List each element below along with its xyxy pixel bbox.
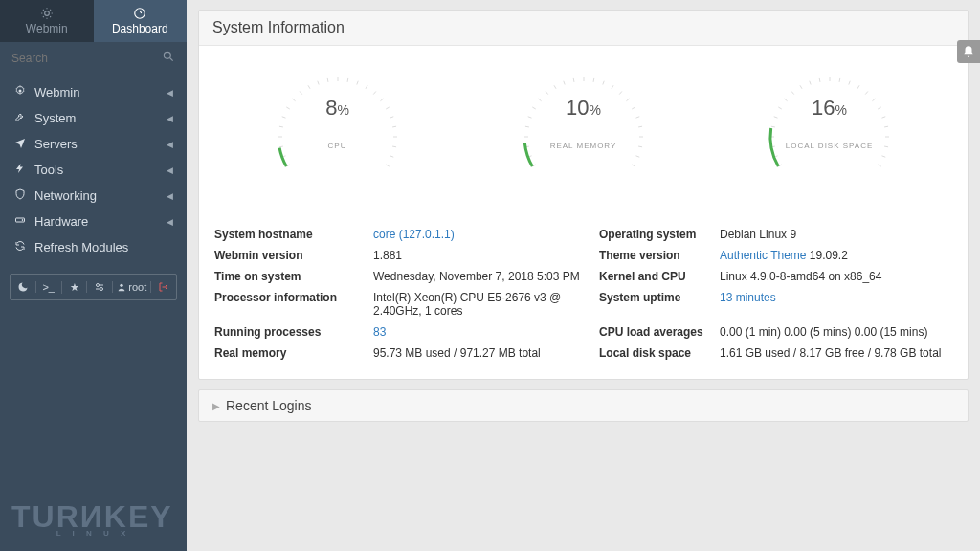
search-input[interactable] (11, 52, 162, 65)
gear-icon (13, 85, 27, 99)
nav-item-refresh-modules[interactable]: Refresh Modules (0, 234, 187, 260)
svg-line-41 (538, 99, 541, 101)
info-key: Processor information (214, 291, 368, 318)
info-val: Wednesday, November 7, 2018 5:03 PM (373, 270, 593, 283)
svg-line-14 (281, 117, 285, 118)
svg-point-7 (100, 288, 103, 291)
svg-line-76 (872, 99, 875, 101)
nav-item-tools[interactable]: Tools◀ (0, 157, 187, 183)
svg-line-31 (392, 146, 396, 147)
info-val: 95.73 MB used / 971.27 MB total (373, 346, 593, 360)
logout-button[interactable] (150, 281, 176, 293)
svg-line-50 (619, 92, 622, 95)
svg-line-19 (317, 81, 318, 85)
svg-line-67 (791, 92, 794, 95)
svg-line-16 (292, 99, 295, 101)
chevron-right-icon: ▶ (212, 401, 220, 411)
info-key: System uptime (599, 291, 714, 318)
settings-button[interactable] (86, 281, 112, 293)
system-info-panel: System Information 8% CPU 10% REAL MEMOR… (198, 10, 969, 380)
info-val[interactable]: 13 minutes (720, 291, 952, 318)
svg-point-1 (135, 9, 145, 19)
chevron-left-icon: ◀ (167, 217, 173, 227)
chevron-left-icon: ◀ (167, 88, 173, 98)
notifications-button[interactable] (957, 40, 980, 63)
info-key: Theme version (599, 249, 714, 262)
svg-line-28 (390, 117, 393, 118)
info-val: Debian Linux 9 (720, 228, 952, 241)
svg-line-44 (563, 81, 564, 85)
info-val[interactable]: core (127.0.1.1) (373, 228, 593, 241)
svg-line-52 (632, 107, 635, 109)
nav-item-system[interactable]: System◀ (0, 105, 187, 131)
info-val[interactable]: Authentic Theme 19.09.2 (720, 249, 952, 262)
info-key: System hostname (214, 228, 368, 241)
svg-line-64 (773, 117, 777, 118)
svg-line-32 (390, 156, 393, 157)
gauge-label: REAL MEMORY (550, 142, 617, 150)
nav-item-servers[interactable]: Servers◀ (0, 131, 187, 157)
drive-icon (13, 214, 27, 229)
nav-item-label: Servers (34, 137, 78, 151)
nav-item-hardware[interactable]: Hardware◀ (0, 209, 187, 234)
terminal-button[interactable]: >_ (35, 281, 61, 293)
favorites-button[interactable]: ★ (61, 281, 87, 294)
svg-line-70 (819, 78, 820, 82)
info-val: 1.61 GB used / 8.17 GB free / 9.78 GB to… (720, 346, 952, 360)
webmin-icon (40, 7, 54, 20)
tab-dashboard-label: Dashboard (112, 22, 168, 35)
svg-point-6 (97, 284, 100, 287)
svg-line-58 (632, 165, 635, 166)
gauge-real-memory: 10% REAL MEMORY (512, 65, 656, 209)
nav-item-label: Refresh Modules (34, 240, 128, 254)
brand-logo: TURИKEY L I N U X (11, 503, 175, 538)
svg-line-63 (770, 126, 774, 127)
svg-line-69 (809, 81, 810, 85)
svg-line-43 (554, 85, 556, 88)
recent-logins-panel[interactable]: ▶ Recent Logins (198, 389, 969, 422)
search-icon[interactable] (162, 50, 175, 66)
nav: Webmin◀System◀Servers◀Tools◀Networking◀H… (0, 74, 187, 260)
info-key: Time on system (214, 270, 368, 283)
user-label: root (128, 281, 146, 293)
svg-line-22 (347, 78, 348, 82)
svg-line-57 (635, 156, 639, 157)
tab-webmin[interactable]: Webmin (0, 0, 94, 42)
svg-line-17 (300, 92, 302, 95)
svg-line-47 (593, 78, 594, 82)
sidebar: Webmin Dashboard Webmin◀System◀Servers◀T… (0, 0, 187, 551)
tab-dashboard[interactable]: Dashboard (94, 0, 188, 42)
main: System Information 8% CPU 10% REAL MEMOR… (187, 0, 980, 551)
info-key: Kernel and CPU (599, 270, 714, 283)
info-val: 0.00 (1 min) 0.00 (5 mins) 0.00 (15 mins… (720, 325, 952, 339)
night-mode-button[interactable] (11, 281, 35, 293)
info-key: CPU load averages (599, 325, 714, 339)
info-val: Linux 4.9.0-8-amd64 on x86_64 (720, 270, 952, 283)
svg-line-45 (573, 78, 574, 82)
svg-line-24 (366, 85, 368, 88)
nav-item-webmin[interactable]: Webmin◀ (0, 79, 187, 105)
user-button[interactable]: root (112, 281, 150, 293)
gauge-value: 16% (812, 96, 847, 121)
info-val[interactable]: 83 (373, 325, 593, 339)
gauge-cpu: 8% CPU (266, 65, 410, 209)
svg-point-8 (121, 284, 123, 287)
svg-line-82 (881, 156, 885, 157)
svg-line-53 (635, 117, 639, 118)
nav-item-label: Hardware (34, 214, 88, 229)
sidebar-tabs: Webmin Dashboard (0, 0, 187, 42)
search-row (0, 42, 187, 74)
svg-line-81 (884, 146, 888, 147)
nav-item-networking[interactable]: Networking◀ (0, 183, 187, 209)
svg-line-48 (602, 81, 603, 85)
svg-line-49 (612, 85, 613, 88)
svg-line-51 (626, 99, 629, 101)
svg-line-68 (800, 85, 802, 88)
bolt-icon (13, 163, 27, 177)
plane-icon (13, 137, 27, 151)
svg-line-66 (784, 99, 787, 101)
gauge-local-disk-space: 16% LOCAL DISK SPACE (758, 65, 902, 209)
nav-item-label: Networking (34, 188, 97, 203)
svg-line-39 (527, 117, 531, 118)
gauge-value: 10% (566, 96, 601, 121)
